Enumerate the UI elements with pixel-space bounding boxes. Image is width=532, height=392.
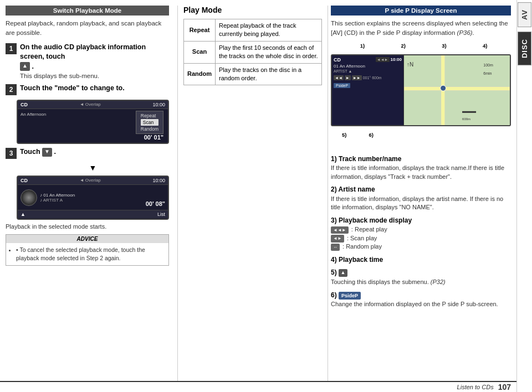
page-container: Switch Playback Mode Repeat playback, ra… [0,0,532,392]
av-tab[interactable]: AV [518,2,531,27]
mode-label-scan: Scan [184,41,216,63]
desc-num-6: 6) [331,291,339,299]
p-screen-dist2: 600m [372,76,382,80]
mode-desc-random: Play the tracks on the disc in a random … [216,63,322,85]
map-background: 100m 6min 600m ↑N [404,55,510,125]
up-button-icon[interactable]: ▲ [20,62,30,71]
desc-item-1: 1) Track number/name If there is title i… [331,154,511,182]
desc-item-6: 6) PsideP Change the information display… [331,291,511,309]
screen1-body: An Afternoon Repeat Scan Random 00' 01" [18,109,168,142]
svg-text:6min: 6min [483,71,492,75]
random-icon: ↔ [331,244,340,251]
pb-mode-random: ↔ : Random play [331,243,511,251]
step-1-period: . [32,63,33,70]
step-1-label: On the audio CD playback information scr… [20,43,146,61]
screen1-time-display: 00' 01" [144,134,163,141]
step-1-sub: This displays the sub-menu. [20,73,169,79]
mode-label-random: Random [184,63,216,85]
p-screen-header-row: CD ◄◄► 10:00 [334,57,402,63]
p-side-screen: CD ◄◄► 10:00 01 An Afternoon ARTIST ▲ ◄◄ [331,54,511,126]
intro-text: Repeat playback, random playback, and sc… [6,19,169,38]
step-3-content: Touch ▼ . [20,147,169,157]
p-screen-footer-row: PsideP [334,83,402,88]
p-screen-skip-back: ◄◄ [334,75,344,80]
p-screen-track: 01 An Afternoon [334,64,402,69]
desc-num-3: 3) [331,216,339,224]
mode-list: Repeat Scan Random [136,111,163,134]
p-screen-cd-label: CD [334,57,341,63]
svg-point-8 [441,85,446,91]
desc-body-3: ◄◄► : Repeat play ◄► : Scan play ↔ : Ran… [331,225,511,251]
p-screen-dist1: 001° [363,76,371,80]
svg-text:600m: 600m [462,117,470,121]
svg-rect-1 [404,86,510,90]
desc-num-2: 2) [331,185,339,193]
desc-body-6: Change the information displayed on the … [331,300,511,308]
svg-text:↑N: ↑N [407,61,413,68]
play-mode-title: Play Mode [183,6,322,14]
step-3-label: Touch [20,148,40,156]
footer-list[interactable]: List [157,212,165,217]
ref-p32: (P32) [431,278,446,285]
step-3-text: Touch ▼ . [20,147,169,157]
scan-icon: ◄► [331,235,344,242]
desc-body-2: If there is title information, displays … [331,195,511,212]
down-button-icon[interactable]: ▼ [42,148,52,157]
table-row-scan: Scan Play the first 10 seconds of each o… [184,41,322,63]
repeat-icon: ◄◄► [331,226,349,234]
marker-3: 3) [442,43,446,49]
mode-label-repeat: Repeat [184,19,216,42]
main-content: Switch Playback Mode Repeat playback, ra… [0,0,516,392]
top-markers: 1) 2) 3) 4) [331,43,511,50]
desc-num-1: 1) [331,155,339,163]
middle-column: Play Mode Repeat Repeat playback of the … [178,6,328,381]
pside-p-label[interactable]: PsideP [339,292,361,300]
pb-mode-scan: ◄► : Scan play [331,234,511,243]
desc-num-5: 5) [331,269,339,276]
advice-box: ADVICE • To cancel the selected playback… [6,234,169,266]
screen2-track-info: ♪ 01 An Afternoon ♪ ARTIST A [40,193,146,203]
step-3: 3 Touch ▼ . [6,147,169,159]
marker-2: 2) [401,43,405,49]
screen1-header: CD ◄ Overlap 10:00 [18,101,168,109]
table-row-random: Random Play the tracks on the disc in a … [184,63,322,85]
mode-desc-scan: Play the first 10 seconds of each of the… [216,41,322,63]
mode-desc-repeat: Repeat playback of the track currently b… [216,19,322,42]
pside-p-button-small[interactable]: PsideP [334,83,350,88]
footer-up[interactable]: ▲ [21,212,25,217]
disc-tab[interactable]: DISC [518,32,531,65]
screen1-overlap: ◄ Overlap [80,102,101,107]
p-side-intro: This section explains the screens displa… [331,19,511,38]
side-tabs: AV DISC [516,0,532,392]
screen2-overlap: ◄ Overlap [80,178,101,183]
p-screen-icons: ◄◄► 10:00 [376,57,402,62]
step-1-content: On the audio CD playback information scr… [20,43,169,80]
step-2-number: 2 [6,84,17,95]
desc-item-3: 3) Playback mode display ◄◄► : Repeat pl… [331,216,511,251]
advice-header: ADVICE [6,235,168,243]
step-2: 2 Touch the "mode" to change to. [6,84,169,95]
p-screen-artist-label: ARTIST ▲ [334,69,402,73]
p-screen-time: 10:00 [391,57,402,62]
down-arrow-indicator: ▼ [17,163,169,172]
left-column: Switch Playback Mode Repeat playback, ra… [6,6,177,381]
desc-title-3: Playback mode display [339,216,412,224]
svg-rect-5 [462,111,476,112]
step-3-number: 3 [6,148,17,159]
mode-random: Random [141,126,158,132]
bottom-label: Listen to CDs [457,384,494,390]
screen2-source: CD [21,178,28,183]
marker-4: 4) [483,43,487,49]
desc-title-1: Track number/name [339,155,401,163]
step-3-period: . [54,148,56,156]
p-screen-container: 1) 2) 3) 4) CD ◄◄► 10:00 [331,43,511,138]
step-1: 1 On the audio CD playback information s… [6,43,169,80]
bottom-bar: Listen to CDs 107 [0,381,516,392]
up-button-small[interactable]: ▲ [339,269,347,277]
screen2-time-display: 00' 08" [146,200,165,208]
mode-scan-selected[interactable]: Scan [141,119,158,126]
screen2-time: 10:00 [152,178,165,183]
p-side-intro-text: This section explains the screens displa… [331,20,508,36]
p-screen-controls-row: ◄◄ ► ►► 001° 600m [334,75,402,80]
p-screen-left: CD ◄◄► 10:00 01 An Afternoon ARTIST ▲ ◄◄ [332,55,404,125]
